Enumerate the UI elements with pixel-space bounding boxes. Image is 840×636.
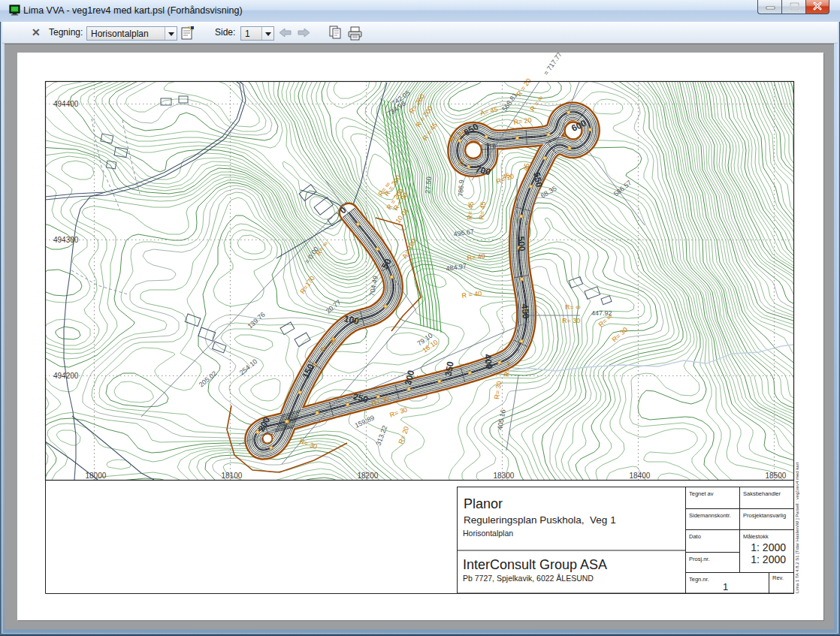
svg-text:Prosjektansvarlig: Prosjektansvarlig [743,512,786,519]
svg-text:Målestokk: Målestokk [743,533,769,540]
svg-text:R= 30: R= 30 [562,317,580,324]
svg-text:494300: 494300 [53,236,79,244]
svg-text:R= 45: R= 45 [466,201,475,220]
svg-text:Horisontalplan: Horisontalplan [463,529,513,538]
svg-text:Lima 1 TA 4.8.2 S1 [Tidar Has: Lima 1 TA 4.8.2 S1 [Tidar Haslien/W ] Pa… [795,462,799,593]
svg-text:Prosj.nr.: Prosj.nr. [689,556,710,562]
svg-text:R= 45: R= 45 [478,201,487,220]
svg-text:Rev.: Rev. [772,574,784,581]
svg-text:18000: 18000 [86,472,107,480]
svg-text:R= ∞: R= ∞ [565,303,581,311]
svg-text:InterConsult Group ASA: InterConsult Group ASA [463,557,607,572]
svg-text:18100: 18100 [222,472,243,480]
svg-text:Sidemannskontr.: Sidemannskontr. [689,512,731,519]
svg-text:Reguleringsplan Puskhola, Veg: Reguleringsplan Puskhola, Veg 1 [464,514,616,526]
svg-text:494200: 494200 [53,372,79,380]
svg-text:Planor: Planor [464,496,503,511]
svg-text:Tegnet av: Tegnet av [689,490,714,497]
svg-text:400: 400 [482,354,494,370]
svg-text:Tegn.nr.: Tegn.nr. [689,576,709,583]
svg-text:1: 2000: 1: 2000 [751,553,786,565]
svg-text:1: 1 [723,581,728,592]
svg-text:Dato: Dato [689,533,701,540]
svg-text:Pb 7727, Spjelkavik, 6022 ÅLES: Pb 7727, Spjelkavik, 6022 ÅLESUND [463,574,594,583]
svg-text:27.50: 27.50 [424,176,433,194]
svg-text:500: 500 [515,236,527,252]
svg-text:18400: 18400 [630,472,651,480]
svg-text:Saksbehandler: Saksbehandler [743,490,781,497]
svg-text:20: 20 [457,158,466,167]
svg-text:18300: 18300 [494,472,515,480]
svg-text:450: 450 [519,303,531,320]
svg-text:786.9: 786.9 [457,179,465,197]
svg-text:494400: 494400 [53,100,79,108]
svg-text:18200: 18200 [358,472,379,480]
svg-text:18500: 18500 [766,472,787,480]
svg-text:1: 2000: 1: 2000 [751,541,786,553]
